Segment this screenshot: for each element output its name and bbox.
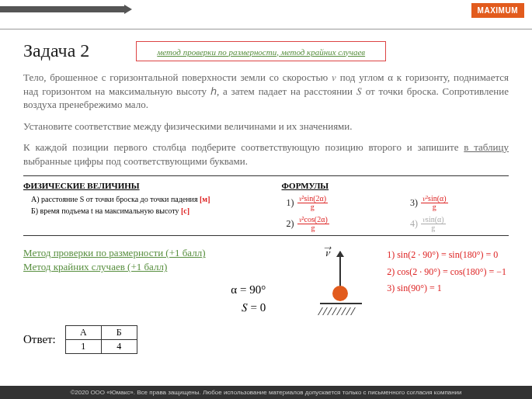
- ball-icon: [332, 286, 348, 301]
- header: MAXIMUM: [0, 0, 532, 29]
- formula-4: 4) 𝑣sin(α)g: [410, 216, 509, 232]
- ground-icon: [320, 303, 362, 312]
- method-edge-link: Метод крайних случаев (+1 балл): [23, 261, 273, 273]
- check-2: 2) cos(2 · 90°) = cos(180°) = −1: [387, 264, 506, 281]
- alpha-eq: α = 90°: [23, 281, 266, 299]
- diagram: 𝑣⃗: [297, 247, 382, 321]
- column-formulas: ФОРМУЛЫ 1) 𝑣²sin(2α)g 3) 𝑣²sin(α)g 2) 𝑣²…: [282, 181, 509, 232]
- ans-val-b: 4: [101, 340, 137, 354]
- column-physical: ФИЗИЧЕСКИЕ ВЕЛИЧИНЫ А) расстояние S от т…: [23, 181, 251, 232]
- formula-3: 3) 𝑣²sin(α)g: [410, 195, 509, 211]
- method-dim-link: Метод проверки по размерности (+1 балл): [23, 247, 273, 259]
- formula-2: 2) 𝑣²cos(2α)g: [287, 216, 391, 232]
- content: Задача 2 метод проверки по размерности, …: [0, 29, 532, 354]
- paragraph-2: Установите соответствие между физическим…: [23, 120, 509, 134]
- phys-item-a: А) расстояние S от точки броска до точки…: [31, 195, 251, 203]
- divider-bottom: [23, 235, 509, 236]
- answer-label: Ответ:: [23, 333, 56, 346]
- ans-head-b: Б: [101, 326, 137, 340]
- ans-head-a: А: [65, 326, 101, 340]
- phys-item-b: Б) время подъема t на максимальную высот…: [31, 206, 251, 215]
- velocity-arrow: [339, 252, 341, 287]
- velocity-label: 𝑣⃗: [325, 247, 329, 259]
- answer-table: АБ 14: [65, 325, 137, 354]
- col-head-formulas: ФОРМУЛЫ: [282, 181, 509, 190]
- paragraph-1: Тело, брошенное с горизонтальной поверхн…: [23, 71, 509, 112]
- header-stripe: [0, 6, 124, 12]
- alpha-block: α = 90° 𝑆 = 0: [23, 281, 273, 316]
- check-3: 3) sin(90°) = 1: [387, 280, 506, 297]
- paragraph-3: К каждой позиции первого столбца подбери…: [23, 141, 509, 168]
- method-hint: метод проверки по размерности, метод кра…: [157, 47, 365, 57]
- problem-title: Задача 2: [23, 40, 89, 61]
- footer: ©2020 ООО «Юмакс». Все права защищены. Л…: [0, 386, 532, 399]
- method-hint-box: метод проверки по размерности, метод кра…: [136, 41, 386, 61]
- s-eq: 𝑆 = 0: [23, 299, 266, 317]
- check-equations: 1) sin(2 · 90°) = sin(180°) = 0 2) cos(2…: [387, 247, 506, 297]
- logo: MAXIMUM: [471, 3, 524, 18]
- check-1: 1) sin(2 · 90°) = sin(180°) = 0: [387, 247, 506, 264]
- formula-1: 1) 𝑣²sin(2α)g: [287, 195, 391, 211]
- col-head-physical: ФИЗИЧЕСКИЕ ВЕЛИЧИНЫ: [23, 181, 251, 190]
- ans-val-a: 1: [65, 340, 101, 354]
- divider-top: [23, 175, 509, 176]
